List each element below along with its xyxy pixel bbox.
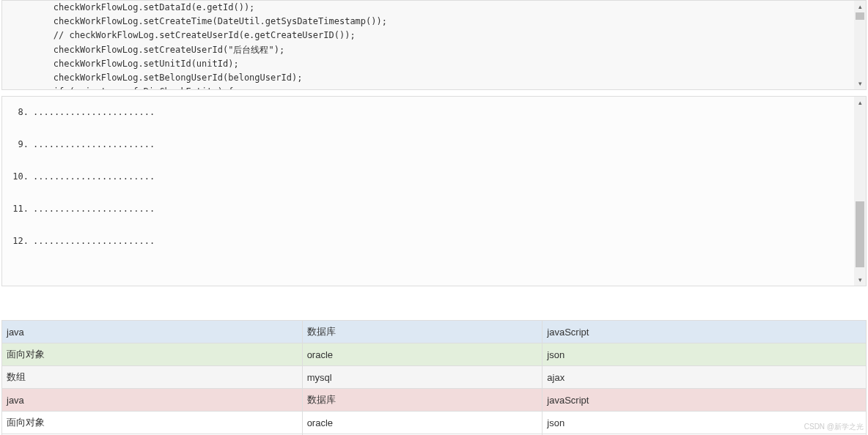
table-cell: oracle <box>302 412 542 434</box>
list-item-number: 10. <box>11 171 29 182</box>
table-cell: 数据库 <box>302 321 542 343</box>
code-panel: checkWorkFlowLog.setDataId(e.getId()); c… <box>1 0 867 90</box>
data-table: java数据库javaScript面向对象oraclejson数组mysqlaj… <box>1 320 867 435</box>
list-item: 12........................ <box>11 236 857 246</box>
content-wrap: checkWorkFlowLog.setDataId(e.getId()); c… <box>0 0 868 435</box>
code-content[interactable]: checkWorkFlowLog.setDataId(e.getId()); c… <box>2 1 866 89</box>
list-item: 11........................ <box>11 204 857 214</box>
list-item-text: ....................... <box>33 236 155 246</box>
code-scrollbar[interactable]: ▴ ▾ <box>854 1 866 89</box>
table-cell: oracle <box>302 343 542 366</box>
scroll-up-icon[interactable]: ▴ <box>854 1 866 12</box>
list-item-number: 11. <box>11 204 29 214</box>
table-cell: javaScript <box>542 321 867 343</box>
table-cell: java <box>2 321 303 343</box>
data-table-wrap: java数据库javaScript面向对象oraclejson数组mysqlaj… <box>1 320 867 435</box>
table-row: java数据库javaScript <box>2 321 867 343</box>
table-cell: ajax <box>542 366 867 389</box>
table-cell: mysql <box>302 366 542 389</box>
scroll-up-icon[interactable]: ▴ <box>854 97 866 108</box>
scroll-down-icon[interactable]: ▾ <box>854 78 866 89</box>
table-row: java数据库javaScript <box>2 389 867 412</box>
list-content[interactable]: 8........................9..............… <box>2 97 866 286</box>
scroll-track[interactable] <box>854 108 866 274</box>
list-item-text: ....................... <box>33 107 155 117</box>
scroll-thumb[interactable] <box>856 12 864 20</box>
table-row: 数组mysqlajax <box>2 366 867 389</box>
table-cell: javaScript <box>542 389 867 412</box>
table-cell: 面向对象 <box>2 412 303 434</box>
list-item-number: 12. <box>11 236 29 246</box>
list-item-number: 8. <box>11 107 29 117</box>
list-item-text: ....................... <box>33 139 155 149</box>
list-item-number: 9. <box>11 139 29 149</box>
table-row: 面向对象oraclejson <box>2 412 867 434</box>
list-scrollbar[interactable]: ▴ ▾ <box>854 97 866 286</box>
table-cell: 面向对象 <box>2 343 303 366</box>
table-row: 面向对象oraclejson <box>2 343 867 366</box>
list-item-text: ....................... <box>33 204 155 214</box>
list-item: 8........................ <box>11 107 857 117</box>
table-cell: 数组 <box>2 366 303 389</box>
scroll-thumb[interactable] <box>856 201 864 267</box>
table-cell: json <box>542 343 867 366</box>
list-panel: 8........................9..............… <box>1 96 867 286</box>
list-item: 10........................ <box>11 171 857 182</box>
scroll-track[interactable] <box>854 12 866 78</box>
table-cell: 数据库 <box>302 389 542 412</box>
list-item-text: ....................... <box>33 171 155 182</box>
scroll-down-icon[interactable]: ▾ <box>854 274 866 286</box>
list-item: 9........................ <box>11 139 857 149</box>
table-cell: json <box>542 412 867 434</box>
table-cell: java <box>2 389 303 412</box>
page-scroll-container[interactable]: checkWorkFlowLog.setDataId(e.getId()); c… <box>0 0 868 435</box>
